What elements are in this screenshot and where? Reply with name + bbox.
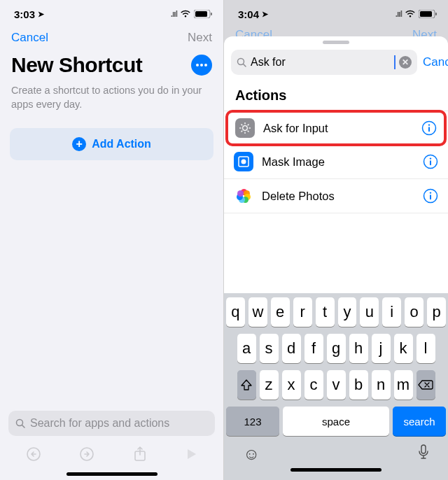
backspace-key[interactable] [416,370,435,400]
key-m[interactable]: m [394,370,413,400]
svg-point-26 [241,160,246,164]
info-icon[interactable] [423,188,438,204]
key-w[interactable]: w [248,297,267,327]
svg-rect-24 [428,127,430,132]
clear-button[interactable]: ✕ [399,56,412,69]
play-button[interactable] [185,448,197,463]
battery-icon [194,10,212,18]
key-k[interactable]: k [394,334,413,363]
home-indicator [290,468,382,472]
key-u[interactable]: u [360,297,379,327]
action-row-delete-photos[interactable]: Delete Photos [224,179,448,213]
key-a[interactable]: a [237,334,256,363]
key-s[interactable]: s [260,334,279,363]
svg-point-28 [430,157,431,159]
space-key[interactable]: space [283,407,389,436]
key-l[interactable]: l [416,334,435,363]
svg-rect-2 [211,13,212,15]
svg-point-31 [430,192,431,193]
key-q[interactable]: q [226,297,245,327]
svg-line-12 [244,64,246,66]
toolbar [0,442,223,470]
action-label: Ask for Input [263,122,413,135]
status-bar: 3:03 ➤ .ııl [0,0,223,28]
key-h[interactable]: h [349,334,368,363]
shift-key[interactable] [237,370,256,400]
svg-rect-1 [195,11,207,17]
add-action-label: Add Action [92,138,151,150]
key-e[interactable]: e [271,297,290,327]
status-time: 3:04 [238,8,259,20]
more-button[interactable] [191,55,212,76]
action-row-mask-image[interactable]: Mask Image [224,145,448,179]
key-z[interactable]: z [260,370,279,400]
info-icon[interactable] [423,154,438,169]
key-c[interactable]: c [304,370,323,400]
key-g[interactable]: g [327,334,346,363]
search-field[interactable] [251,56,391,69]
svg-line-4 [22,425,25,428]
search-icon [15,418,26,429]
home-indicator [66,472,158,476]
key-d[interactable]: d [282,334,301,363]
action-sheet: ✕ Cancel Actions Ask for Input Mask Imag… [224,36,448,480]
share-button[interactable] [133,446,147,465]
location-icon: ➤ [262,10,268,19]
numbers-key[interactable]: 123 [226,407,279,436]
key-v[interactable]: v [327,370,346,400]
key-y[interactable]: y [338,297,357,327]
key-t[interactable]: t [316,297,335,327]
key-x[interactable]: x [282,370,301,400]
status-time: 3:03 [14,8,35,20]
info-icon[interactable] [421,120,437,136]
cancel-button[interactable]: Cancel [11,31,48,45]
cell-signal-icon: .ııl [171,9,177,19]
search-icon [237,57,247,68]
key-r[interactable]: r [293,297,312,327]
page-subtitle: Create a shortcut to actions you do in y… [0,84,223,111]
svg-line-19 [248,131,249,132]
svg-line-20 [241,131,243,132]
photos-icon [234,186,253,206]
svg-rect-33 [421,445,426,453]
wifi-icon [405,10,416,18]
add-action-button[interactable]: + Add Action [10,128,214,160]
search-placeholder: Search for apps and actions [30,417,169,430]
screen-new-shortcut: 3:03 ➤ .ııl Cancel Next New Shortcut Cre… [0,0,224,480]
cancel-button[interactable]: Cancel [423,55,448,69]
svg-rect-29 [430,160,431,165]
key-j[interactable]: j [372,334,391,363]
dictation-key[interactable] [418,444,429,464]
text-cursor [394,55,396,69]
search-input[interactable]: Search for apps and actions [8,411,215,436]
svg-point-23 [428,124,430,125]
svg-rect-32 [430,195,431,199]
search-input[interactable]: ✕ [231,50,417,75]
emoji-key[interactable]: ☺ [243,444,260,464]
key-f[interactable]: f [304,334,323,363]
svg-line-18 [241,125,243,126]
nav-bar: Cancel Next [0,28,223,50]
location-icon: ➤ [38,10,44,19]
keyboard: qwertyuiop asdfghjkl zxcvbnm 123 space s… [224,293,448,480]
svg-line-21 [248,125,249,126]
key-b[interactable]: b [349,370,368,400]
key-i[interactable]: i [382,297,401,327]
action-row-ask-for-input[interactable]: Ask for Input [225,110,447,146]
plus-icon: + [72,137,86,151]
redo-button[interactable] [79,446,94,465]
action-label: Mask Image [262,155,414,169]
settings-icon [235,118,255,138]
mask-image-icon [234,152,253,171]
next-button[interactable]: Next [188,31,212,45]
search-key[interactable]: search [393,407,446,436]
status-bar: 3:04 ➤ .ııl [224,0,448,28]
sheet-grabber[interactable] [323,41,349,44]
cell-signal-icon: .ııl [396,9,402,19]
key-o[interactable]: o [405,297,424,327]
key-n[interactable]: n [372,370,391,400]
battery-icon [419,10,437,18]
svg-rect-9 [420,11,432,17]
key-p[interactable]: p [427,297,446,327]
undo-button[interactable] [26,446,41,465]
